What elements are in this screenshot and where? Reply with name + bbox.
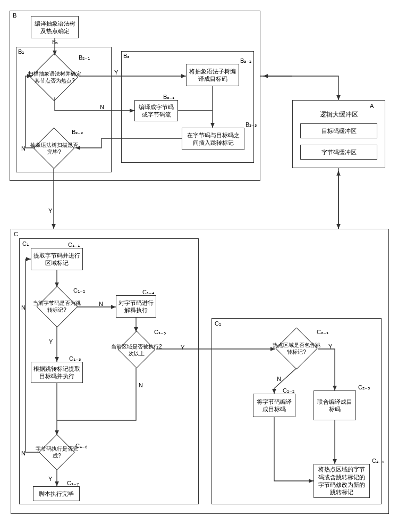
- label-c1-4-id: C₁₋₄: [142, 289, 154, 296]
- node-b1-text: 编译抽象语法树及热点确定: [33, 20, 76, 35]
- label-c2-4-id: C₂₋₄: [372, 458, 384, 464]
- label-c: C: [14, 231, 18, 237]
- node-b3-2: 将抽象语法子树编译成目标码: [186, 64, 239, 86]
- node-c2-2: 将字节码编译成目标码: [253, 394, 295, 417]
- node-c1-5-text: 当前区域是否被执行2次以上: [110, 340, 163, 360]
- edge-b2-2-y: Y: [48, 207, 52, 214]
- edge-b2-1-y: Y: [114, 69, 118, 76]
- node-a-title: 逻辑大缓冲区: [298, 109, 380, 121]
- edge-c1-6-y: Y: [48, 476, 52, 482]
- label-b3: B₃: [123, 53, 129, 60]
- edge-b2-2-n: N: [21, 145, 26, 152]
- edge-c2-1-y: Y: [328, 343, 332, 350]
- node-c2-1-text: 热点区域是否包含跳转标记?: [271, 338, 322, 359]
- node-c2-3: 联合编译成目标码: [314, 390, 356, 420]
- label-b: B: [13, 12, 16, 19]
- label-b2: B₂: [18, 48, 24, 55]
- edge-c1-6-n: N: [21, 450, 26, 456]
- label-c2-1-id: C₂₋₁: [317, 329, 328, 336]
- edge-c2-1-n: N: [277, 376, 281, 382]
- label-c2: C₂: [215, 320, 221, 327]
- label-c1-5-id: C₁₋₅: [154, 329, 166, 336]
- label-a: A: [370, 103, 374, 109]
- label-c1-1-id: C₁₋₁: [68, 242, 80, 248]
- label-b3-3-id: B₃₋₃: [245, 121, 257, 128]
- node-a-sub2: 字节码缓冲区: [300, 145, 377, 160]
- node-c2-4: 将热点区域的字节码或含跳转标记的字节码修改为新的跳转标记: [314, 464, 370, 498]
- label-c1-2-id: C₁₋₂: [73, 287, 85, 294]
- label-b2-2-id: B₂₋₂: [72, 129, 83, 136]
- label-b1-id: B₁: [52, 39, 58, 46]
- label-c1-3-id: C₁₋₃: [69, 355, 81, 362]
- node-c1-7: 脚本执行完毕: [33, 486, 80, 501]
- edge-c1-2-n-left: N: [21, 304, 26, 311]
- node-c1-1: 提取字节码并进行区域标记: [31, 248, 83, 270]
- node-b3-3: 在字节码与目标码之间插入跳转标记: [182, 128, 244, 150]
- edge-b2-1-n: N: [100, 104, 104, 110]
- label-c1: C₁: [22, 240, 29, 247]
- label-c2-2-id: C₂₋₂: [283, 387, 294, 394]
- edge-c1-5-n: N: [139, 382, 143, 388]
- node-b2-1-text: 扫描抽象语法树并确定其节点否为热点?: [28, 64, 81, 90]
- label-b3-2-id: B₃₋₂: [240, 57, 251, 64]
- node-b3-1: 编译成字节码或字节码流: [134, 100, 178, 121]
- node-c1-2-text: 当前字节码是否为跳转标记?: [33, 295, 81, 318]
- node-c1-6-text: 字节码执行是否完成?: [34, 443, 80, 462]
- label-c1-7-id: C₁₋₇: [67, 480, 79, 487]
- node-a-sub1: 目标码缓冲区: [300, 123, 377, 138]
- node-b2-2-text: 抽象语法树扫描是否完毕?: [30, 137, 78, 160]
- node-c1-3: 根据跳转标记提取目标码并执行: [31, 362, 83, 383]
- node-c1-4: 对字节码进行解释执行: [116, 295, 156, 318]
- label-b3-1-id: B₃₋₁: [163, 94, 174, 101]
- node-b1: 编译抽象语法树及热点确定: [31, 16, 79, 38]
- edge-c1-2-y: Y: [49, 338, 53, 345]
- label-c2-3-id: C₂₋₃: [358, 384, 370, 391]
- label-c1-6-id: C₁₋₆: [75, 443, 87, 450]
- edge-c1-5-y: Y: [181, 344, 184, 351]
- label-b2-1-id: B₂₋₁: [79, 54, 90, 61]
- edge-c1-2-n-right: N: [99, 301, 103, 307]
